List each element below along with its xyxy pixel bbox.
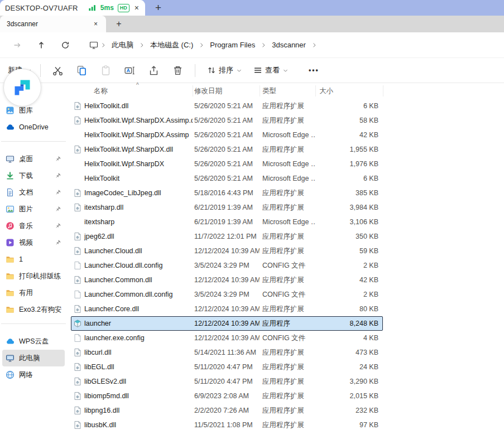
new-tab-button[interactable]: + <box>106 16 132 32</box>
file-row-helixtoolkit.dll[interactable]: HelixToolkit.dll5/26/2020 5:21 AM应用程序扩展6… <box>71 99 383 113</box>
breadcrumb-item[interactable]: 本地磁盘 (C:) <box>147 38 196 52</box>
column-divider[interactable] <box>315 85 316 96</box>
sidebar-item-music[interactable]: 音乐 <box>2 218 65 234</box>
config-file-icon <box>73 334 82 342</box>
breadcrumb-item[interactable]: Program Files <box>207 38 258 51</box>
hd-quality-badge[interactable]: HD <box>118 4 129 12</box>
file-name: launcher.exe.config <box>84 334 193 342</box>
close-tab-icon[interactable]: × <box>92 20 99 28</box>
file-row-libcurl.dll[interactable]: libcurl.dll5/14/2021 11:36 AM应用程序扩展473 K… <box>71 345 383 360</box>
remote-session-title: DESKTOP-OV7UAFR <box>5 4 78 12</box>
explorer-tab-3dscanner[interactable]: 3dscanner × <box>0 16 106 32</box>
file-row-jpeg62.dll[interactable]: jpeg62.dll11/7/2022 12:01 PM应用程序扩展350 KB <box>71 229 383 244</box>
pictures-icon <box>6 205 15 214</box>
file-type: 应用程序扩展 <box>260 102 315 111</box>
file-row-libiomp5md.dll[interactable]: libiomp5md.dll6/9/2023 2:08 AM应用程序扩展2,01… <box>71 389 383 403</box>
sidebar-item-videos[interactable]: 视频 <box>2 234 65 251</box>
file-name: itextsharp <box>84 218 193 226</box>
view-button[interactable]: 查看 <box>249 62 293 79</box>
file-row-launcher.exe.config[interactable]: launcher.exe.config12/12/2024 10:39 AMCO… <box>71 331 383 345</box>
sidebar-item-documents[interactable]: 文档 <box>2 184 65 201</box>
column-header-name[interactable]: 名称 <box>71 86 193 96</box>
file-row-helixtoolkit.wpf.sharpdx.assimp[interactable]: HelixToolkit.Wpf.SharpDX.Assimp5/26/2020… <box>71 128 383 142</box>
sidebar-item-this-pc[interactable]: 此电脑 <box>2 350 65 366</box>
dll-file-icon <box>73 116 82 125</box>
column-header-size[interactable]: 大小 <box>315 86 383 96</box>
command-toolbar: 新建 排序 查看 ••• <box>0 58 504 83</box>
file-type-icon-cell <box>71 131 84 139</box>
sidebar-item-network[interactable]: 网络 <box>2 366 65 383</box>
file-row-launcher[interactable]: launcher12/12/2024 10:39 AM应用程序8,248 KB <box>71 316 383 331</box>
sidebar-item-downloads[interactable]: 下载 <box>2 167 65 184</box>
file-size: 3,984 KB <box>315 204 383 211</box>
column-divider[interactable] <box>383 85 383 96</box>
file-row-helixtoolkit[interactable]: HelixToolkit5/26/2020 5:21 AMMicrosoft E… <box>71 171 383 186</box>
file-row-launcher.cloud.dll[interactable]: Launcher.Cloud.dll12/12/2024 10:39 AM应用程… <box>71 244 383 258</box>
column-header-type[interactable]: 类型 <box>260 86 315 96</box>
file-row-launcher.common.dll[interactable]: Launcher.Common.dll12/12/2024 10:39 AM应用… <box>71 273 383 287</box>
column-header-date[interactable]: 修改日期 <box>193 86 260 96</box>
delete-button[interactable] <box>166 61 190 80</box>
share-button[interactable] <box>142 61 166 80</box>
file-date-modified: 5/26/2020 5:21 AM <box>193 160 260 168</box>
sidebar-item-label: 1 <box>19 255 23 263</box>
file-row-itextsharp[interactable]: itextsharp6/21/2019 1:39 AMMicrosoft Edg… <box>71 215 383 229</box>
file-type: 应用程序扩展 <box>260 305 315 314</box>
file-row-helixtoolkit.wpf.sharpdx.assimp.dll[interactable]: HelixToolkit.Wpf.SharpDX.Assimp.dll5/26/… <box>71 113 383 128</box>
file-type: 应用程序扩展 <box>260 276 315 285</box>
close-session-icon[interactable]: × <box>133 3 140 12</box>
pin-icon <box>55 239 61 246</box>
breadcrumb-item[interactable]: 此电脑 <box>108 38 137 52</box>
sidebar-item-folder-useful[interactable]: 有用 <box>2 284 65 301</box>
sidebar-item-pictures[interactable]: 图片 <box>2 201 65 218</box>
sidebar-item-gallery[interactable]: 图库 <box>2 102 65 119</box>
column-divider[interactable] <box>260 85 260 96</box>
forward-button[interactable] <box>8 36 27 54</box>
file-row-launcher.cloud.dll.config[interactable]: Launcher.Cloud.dll.config3/5/2024 3:29 P… <box>71 258 383 273</box>
dll-file-icon <box>73 348 82 357</box>
todesk-floating-ball[interactable] <box>3 69 41 107</box>
file-name: libusbK.dll <box>84 421 193 429</box>
file-type-icon-cell <box>71 189 84 197</box>
rename-button[interactable] <box>118 61 142 80</box>
sort-button[interactable]: 排序 <box>203 62 247 79</box>
more-options-button[interactable]: ••• <box>305 63 323 78</box>
file-size: 385 KB <box>315 189 383 197</box>
file-row-libegl.dll[interactable]: libEGL.dll5/11/2020 4:47 PM应用程序扩展24 KB <box>71 360 383 374</box>
file-type-icon-cell <box>71 319 84 328</box>
sidebar-item-desktop[interactable]: 桌面 <box>2 151 65 167</box>
file-row-libpng16.dll[interactable]: libpng16.dll2/2/2020 7:26 AM应用程序扩展232 KB <box>71 403 383 418</box>
file-row-imagecodec-libjpeg.dll[interactable]: ImageCodec_LibJpeg.dll5/18/2016 4:43 PM应… <box>71 186 383 200</box>
sidebar-item-folder-exo[interactable]: Exo3.2有狗安装包 <box>2 301 65 318</box>
file-row-libglesv2.dll[interactable]: libGLESv2.dll5/11/2020 4:47 PM应用程序扩展3,29… <box>71 374 383 389</box>
view-list-icon <box>253 66 262 75</box>
remote-session-tab[interactable]: DESKTOP-OV7UAFR 5ms HD × <box>0 0 145 16</box>
file-row-libusbk.dll[interactable]: libusbK.dll11/5/2021 1:08 PM应用程序扩展97 KB <box>71 418 383 430</box>
file-name: Launcher.Cloud.dll.config <box>84 262 193 269</box>
sidebar-item-wps-cloud[interactable]: WPS云盘 <box>2 333 65 350</box>
file-row-itextsharp.dll[interactable]: itextsharp.dll6/21/2019 1:39 AM应用程序扩展3,9… <box>71 200 383 215</box>
column-divider[interactable] <box>193 85 193 96</box>
edge-file-icon <box>73 218 82 226</box>
sidebar-item-folder-print-practice[interactable]: 打印机排版练习 <box>2 268 65 284</box>
breadcrumb-item[interactable]: 3dscanner <box>268 38 309 51</box>
file-row-launcher.common.dll.config[interactable]: Launcher.Common.dll.config3/5/2024 3:29 … <box>71 287 383 302</box>
copy-button[interactable] <box>70 61 94 80</box>
file-row-helixtoolkit.wpf.sharpdx[interactable]: HelixToolkit.Wpf.SharpDX5/26/2020 5:21 A… <box>71 157 383 171</box>
file-row-launcher.core.dll[interactable]: Launcher.Core.dll12/12/2024 10:39 AM应用程序… <box>71 302 383 316</box>
dll-file-icon <box>73 203 82 212</box>
chevron-right-icon <box>311 42 318 49</box>
sidebar-item-onedrive[interactable]: OneDrive <box>2 119 65 136</box>
new-session-button[interactable]: + <box>152 0 165 16</box>
sidebar-divider <box>1 141 66 142</box>
file-type: 应用程序扩展 <box>260 377 315 386</box>
app-file-icon <box>73 319 82 328</box>
file-type: 应用程序扩展 <box>260 145 315 154</box>
refresh-button[interactable] <box>56 36 75 54</box>
cut-button[interactable] <box>46 61 70 80</box>
up-button[interactable] <box>32 36 51 54</box>
onedrive-icon <box>6 123 15 132</box>
sidebar-item-folder-1[interactable]: 1 <box>2 251 65 268</box>
paste-button[interactable] <box>94 61 118 80</box>
file-row-helixtoolkit.wpf.sharpdx.dll[interactable]: HelixToolkit.Wpf.SharpDX.dll5/26/2020 5:… <box>71 142 383 157</box>
